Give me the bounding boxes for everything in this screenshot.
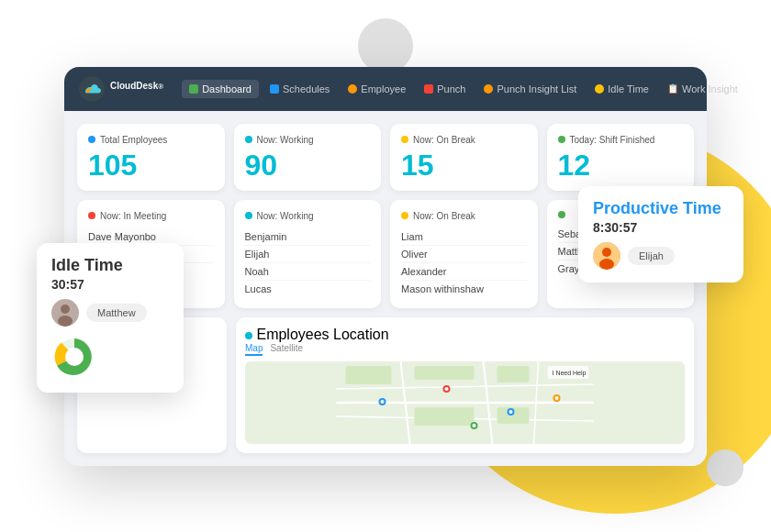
dot-working — [245, 136, 252, 143]
stat-label-finished: Today: Shift Finished — [558, 135, 684, 145]
card-title-break: Now: On Break — [401, 211, 527, 221]
dot-location — [245, 332, 252, 339]
idle-pie-chart — [51, 334, 97, 380]
bg-grey-circle-br — [707, 449, 743, 486]
emp-working-4: Lucas — [245, 281, 371, 297]
page-wrapper: Idle Time 30:57 Matthew — [0, 0, 771, 532]
svg-rect-19 — [415, 407, 475, 426]
logo-area: CloudDesk® — [79, 76, 163, 102]
nav-menu: Dashboard Schedules Employee Punch Punch… — [182, 80, 745, 98]
idle-card-title: Idle Time — [51, 256, 169, 275]
stat-label-break: Now: On Break — [401, 135, 527, 145]
emp-working-1: Benjamin — [245, 228, 371, 246]
logo-icon — [79, 76, 105, 102]
punch-icon — [424, 84, 433, 94]
svg-point-23 — [381, 400, 385, 404]
app-window: Idle Time 30:57 Matthew — [64, 67, 707, 466]
nav-item-idle-time[interactable]: Idle Time — [587, 80, 656, 98]
nav-item-schedules[interactable]: Schedules — [263, 80, 337, 98]
nav-item-punch-insight[interactable]: Punch Insight List — [476, 80, 584, 98]
stat-value-finished: 12 — [558, 150, 684, 180]
stat-label-working: Now: Working — [245, 135, 371, 145]
stat-card-working: Now: Working 90 — [234, 124, 382, 191]
employee-card-break: Now: On Break Liam Oliver Alexander Maso… — [390, 200, 538, 308]
svg-point-2 — [58, 316, 73, 327]
svg-point-29 — [555, 396, 559, 400]
work-insight-icon: 📋 — [667, 83, 678, 94]
dot-meeting — [88, 212, 95, 219]
svg-point-4 — [65, 348, 84, 366]
productive-user-name: Elijah — [628, 247, 675, 265]
svg-point-31 — [473, 424, 476, 427]
productive-user-avatar — [593, 242, 620, 270]
svg-rect-20 — [497, 366, 530, 382]
schedules-icon — [270, 84, 279, 94]
idle-user-avatar — [51, 299, 79, 327]
svg-point-9 — [86, 89, 90, 93]
emp-working-3: Noah — [245, 263, 371, 281]
location-card: Employees Location Map Satellite — [236, 317, 694, 453]
employee-icon — [348, 84, 357, 94]
svg-text:I Need Help: I Need Help — [553, 370, 587, 377]
idle-user-name: Matthew — [86, 304, 147, 322]
productive-card-time: 8:30:57 — [593, 220, 729, 235]
stat-card-break: Now: On Break 15 — [390, 124, 538, 191]
card-title-meeting: Now: In Meeting — [88, 211, 214, 221]
emp-break-1: Liam — [401, 228, 527, 246]
productive-card-user: Elijah — [593, 242, 729, 270]
emp-break-2: Oliver — [401, 246, 527, 263]
stat-card-finished: Today: Shift Finished 12 — [547, 124, 695, 191]
stat-value-total: 105 — [88, 150, 214, 180]
map-area: I Need Help — [245, 361, 685, 444]
dot-total — [88, 136, 95, 143]
nav-item-dashboard[interactable]: Dashboard — [182, 80, 259, 98]
emp-working-2: Elijah — [245, 246, 371, 263]
map-svg: I Need Help — [245, 361, 685, 444]
svg-point-7 — [599, 259, 614, 270]
idle-time-icon — [595, 84, 604, 94]
dot-other — [558, 211, 565, 218]
productive-card-title: Productive Time — [593, 199, 729, 218]
stat-label-total: Total Employees — [88, 135, 214, 145]
dot-working2 — [245, 212, 252, 219]
emp-break-3: Alexander — [401, 263, 527, 281]
nav-item-punch[interactable]: Punch — [417, 80, 473, 98]
logo-text: CloudDesk® — [110, 81, 163, 97]
floating-productive-card: Productive Time 8:30:57 Elijah — [578, 186, 743, 283]
employee-card-working: Now: Working Benjamin Elijah Noah Lucas — [234, 200, 382, 308]
floating-idle-card: Idle Time 30:57 Matthew — [37, 243, 184, 393]
dot-break — [401, 136, 408, 143]
stat-value-break: 15 — [401, 150, 527, 180]
bg-grey-circle-top — [358, 18, 413, 73]
location-label: Employees Location — [245, 327, 685, 343]
topbar: CloudDesk® Dashboard Schedules Employee — [64, 67, 707, 111]
dashboard-icon — [189, 84, 198, 94]
svg-point-1 — [61, 305, 70, 314]
stat-card-total: Total Employees 105 — [77, 124, 225, 191]
idle-card-user: Matthew — [51, 299, 169, 327]
nav-item-work-insight[interactable]: 📋 Work Insight — [660, 80, 745, 98]
dot-break2 — [401, 212, 408, 219]
map-tab-satellite[interactable]: Satellite — [270, 343, 303, 356]
svg-rect-17 — [346, 366, 392, 384]
card-title-working: Now: Working — [245, 211, 371, 221]
dot-finished — [558, 136, 565, 143]
stats-row: Total Employees 105 Now: Working 90 Now:… — [77, 124, 694, 191]
svg-point-25 — [445, 387, 449, 391]
idle-card-time: 30:57 — [51, 277, 169, 292]
svg-point-27 — [509, 410, 513, 414]
map-tab-map[interactable]: Map — [245, 343, 263, 356]
svg-rect-18 — [415, 366, 475, 380]
nav-item-employee[interactable]: Employee — [341, 80, 413, 98]
stat-value-working: 90 — [245, 150, 371, 180]
emp-break-4: Mason withinshaw — [401, 281, 527, 297]
svg-point-6 — [602, 248, 611, 257]
punch-insight-icon — [484, 84, 493, 94]
